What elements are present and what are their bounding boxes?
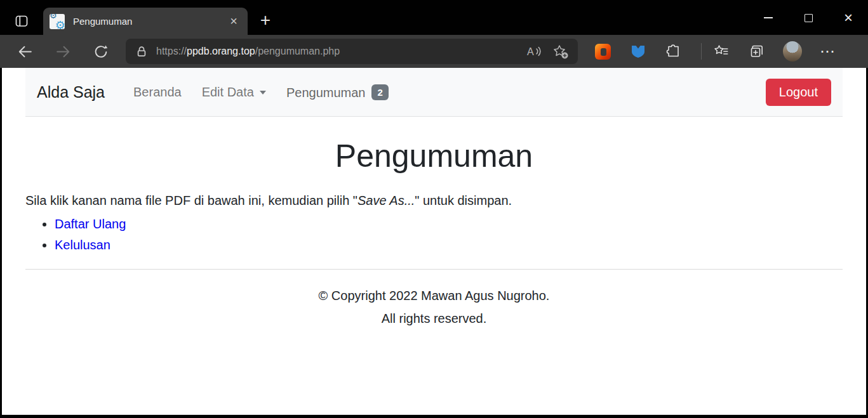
new-tab-button[interactable]: + bbox=[255, 11, 276, 31]
copyright-text: © Copyright 2022 Mawan Agus Nugroho. bbox=[25, 289, 843, 303]
tab-actions-icon bbox=[14, 13, 29, 29]
list-item: Daftar Ulang bbox=[55, 217, 843, 232]
back-button[interactable] bbox=[14, 41, 36, 62]
url-protocol: https:// bbox=[156, 46, 187, 56]
settings-menu-button[interactable]: ⋯ bbox=[818, 41, 838, 62]
favorites-button[interactable] bbox=[712, 41, 731, 62]
pengumuman-count-badge: 2 bbox=[371, 84, 388, 100]
minimize-icon bbox=[764, 17, 773, 18]
tab-title: Pengumuman bbox=[73, 16, 226, 27]
instruction-text: Sila klik kanan nama file PDF di bawah i… bbox=[25, 193, 843, 208]
window-maximize-button[interactable] bbox=[792, 4, 824, 31]
browser-tab[interactable]: ⚙ ⚙ Pengumuman × bbox=[43, 8, 248, 35]
gear-icon: ⚙ bbox=[55, 20, 65, 29]
add-favorite-button[interactable] bbox=[550, 41, 571, 62]
url-host: ppdb.orang.top bbox=[187, 46, 255, 56]
avatar bbox=[783, 41, 802, 62]
read-aloud-button[interactable]: A bbox=[523, 41, 545, 62]
office-extension-button[interactable] bbox=[593, 41, 612, 62]
refresh-button[interactable] bbox=[90, 41, 112, 62]
nav-item-edit-data-label: Edit Data bbox=[202, 85, 254, 99]
refresh-icon bbox=[93, 43, 110, 60]
site-navbar: Alda Saja Beranda Edit Data Pengumuman2 … bbox=[25, 68, 843, 117]
tab-close-icon[interactable]: × bbox=[226, 14, 241, 29]
rights-text: All rights reserved. bbox=[25, 311, 843, 326]
close-icon: × bbox=[844, 11, 853, 24]
site-favicon-icon: ⚙ ⚙ bbox=[50, 14, 65, 29]
svg-text:A: A bbox=[527, 46, 534, 57]
browser-window: ⚙ ⚙ Pengumuman × + × bbox=[0, 0, 868, 418]
window-close-button[interactable]: × bbox=[832, 4, 864, 31]
office-icon bbox=[595, 44, 611, 60]
browser-toolbar: https://ppdb.orang.top/pengumuman.php A bbox=[0, 35, 868, 68]
puzzle-icon bbox=[665, 43, 682, 60]
read-aloud-icon: A bbox=[526, 44, 542, 58]
profile-button[interactable] bbox=[783, 41, 802, 62]
maximize-icon bbox=[805, 14, 813, 22]
pdf-link-daftar-ulang[interactable]: Daftar Ulang bbox=[55, 217, 126, 231]
forward-arrow-icon bbox=[55, 43, 72, 60]
nav-item-beranda[interactable]: Beranda bbox=[127, 85, 188, 100]
tab-actions-menu-button[interactable] bbox=[11, 11, 32, 30]
lock-icon[interactable] bbox=[136, 45, 147, 58]
pdf-link-list: Daftar Ulang Kelulusan bbox=[25, 217, 843, 252]
footer-divider bbox=[25, 269, 843, 270]
page-title: Pengumuman bbox=[25, 138, 843, 174]
window-minimize-button[interactable] bbox=[752, 4, 784, 31]
pdf-link-kelulusan[interactable]: Kelulusan bbox=[55, 238, 110, 252]
list-item: Kelulusan bbox=[55, 238, 843, 252]
instruction-italic: Save As... bbox=[357, 193, 415, 207]
url-path: /pengumuman.php bbox=[255, 46, 340, 56]
url-text: https://ppdb.orang.top/pengumuman.php bbox=[156, 46, 523, 57]
malwarebytes-icon bbox=[630, 43, 646, 60]
more-icon: ⋯ bbox=[820, 48, 836, 55]
extensions-area: ⋯ bbox=[593, 41, 844, 62]
collections-button[interactable] bbox=[747, 41, 766, 62]
window-controls: × bbox=[744, 4, 864, 31]
chevron-down-icon bbox=[260, 91, 266, 95]
address-bar[interactable]: https://ppdb.orang.top/pengumuman.php A bbox=[126, 39, 578, 64]
star-add-icon bbox=[552, 44, 569, 60]
site-footer: © Copyright 2022 Mawan Agus Nugroho. All… bbox=[25, 289, 843, 326]
nav-item-pengumuman-label: Pengumuman bbox=[286, 86, 366, 100]
toolbar-separator bbox=[701, 43, 702, 60]
page-content: Alda Saja Beranda Edit Data Pengumuman2 … bbox=[2, 68, 866, 415]
forward-button[interactable] bbox=[52, 41, 74, 62]
extensions-button[interactable] bbox=[664, 41, 683, 62]
favorites-star-icon bbox=[713, 43, 730, 60]
instruction-prefix: Sila klik kanan nama file PDF di bawah i… bbox=[25, 193, 357, 207]
malwarebytes-extension-button[interactable] bbox=[629, 41, 648, 62]
titlebar: ⚙ ⚙ Pengumuman × + × bbox=[0, 0, 868, 35]
back-arrow-icon bbox=[17, 43, 34, 60]
navbar-brand[interactable]: Alda Saja bbox=[37, 83, 105, 101]
nav-item-pengumuman[interactable]: Pengumuman2 bbox=[280, 84, 395, 100]
instruction-suffix: " untuk disimpan. bbox=[415, 193, 512, 207]
nav-item-edit-data[interactable]: Edit Data bbox=[196, 85, 272, 100]
collections-icon bbox=[749, 43, 765, 60]
logout-button[interactable]: Logout bbox=[766, 79, 831, 106]
